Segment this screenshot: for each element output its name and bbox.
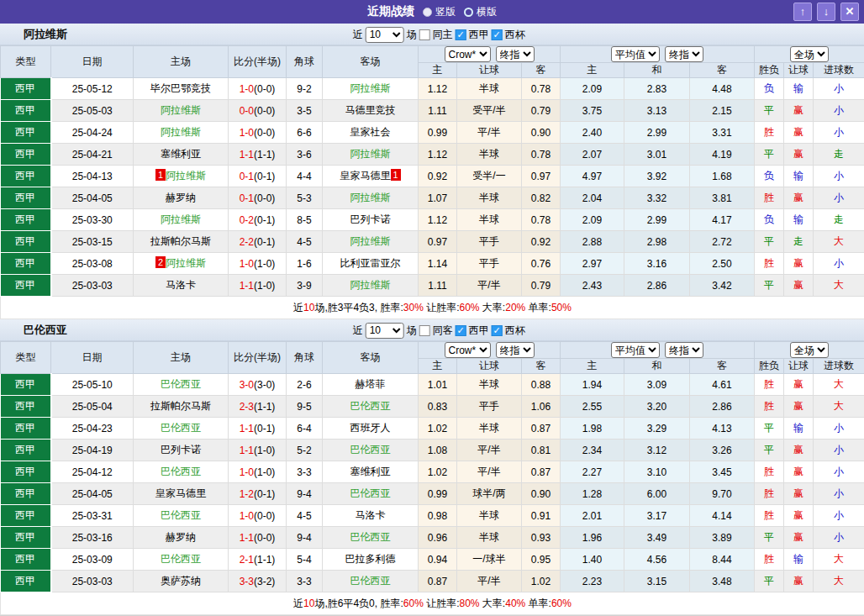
col-header-home: 主场 bbox=[134, 342, 229, 374]
date-cell: 25-04-13 bbox=[51, 166, 134, 187]
home-odds-cell: 1.02 bbox=[419, 418, 457, 440]
away-odds-cell: 0.78 bbox=[522, 78, 561, 100]
same-venue-checkbox[interactable] bbox=[419, 325, 430, 336]
away-odds-cell: 0.97 bbox=[522, 166, 561, 187]
col-header-avg-away: 客 bbox=[690, 359, 755, 374]
close-button[interactable]: ✕ bbox=[840, 3, 859, 21]
type-cell: 西甲 bbox=[1, 418, 51, 440]
average-select[interactable]: 平均值 bbox=[611, 46, 660, 62]
radio-unselected-icon bbox=[464, 8, 473, 17]
score-cell: 0-0(0-0) bbox=[229, 100, 287, 122]
team-section: 巴伦西亚 近 10 场 同客 ✓ 西甲 ✓ 西杯 bbox=[0, 319, 864, 615]
goals-cell: 小 bbox=[814, 253, 864, 275]
date-cell: 25-03-09 bbox=[51, 549, 134, 571]
league-checkbox[interactable]: ✓ bbox=[456, 325, 466, 336]
move-down-button[interactable]: ↓ bbox=[817, 3, 835, 21]
match-row: 西甲25-03-082阿拉维斯1-0(1-0)1-6比利亚雷亚尔1.14平手0.… bbox=[1, 253, 864, 275]
date-cell: 25-04-05 bbox=[51, 483, 134, 505]
handicap-cell: 半球 bbox=[457, 527, 522, 549]
result-cell: 胜 bbox=[755, 505, 784, 527]
odds-time-select[interactable]: 终指 bbox=[496, 46, 535, 62]
scope-dropdown: 全场 bbox=[755, 46, 864, 63]
avg-draw-cell: 3.92 bbox=[624, 166, 690, 187]
radio-selected-icon bbox=[423, 8, 432, 17]
handicap-result-cell: 赢 bbox=[784, 440, 814, 461]
home-odds-cell: 1.07 bbox=[419, 187, 457, 209]
avg-draw-cell: 2.99 bbox=[624, 122, 690, 144]
away-odds-cell: 0.88 bbox=[522, 374, 561, 396]
score-cell: 0-1(0-0) bbox=[229, 187, 287, 209]
team-section: 阿拉维斯 近 10 场 同主 ✓ 西甲 ✓ 西杯 bbox=[0, 24, 864, 319]
home-odds-cell: 1.14 bbox=[419, 253, 457, 275]
handicap-result-cell: 赢 bbox=[784, 505, 814, 527]
unit-label: 场 bbox=[407, 28, 417, 42]
odds-source-select[interactable]: Crow* bbox=[445, 46, 491, 62]
home-team-cell: 巴伦西亚 bbox=[134, 374, 229, 396]
home-team-cell: 赫罗纳 bbox=[134, 187, 229, 209]
corner-cell: 3-3 bbox=[287, 571, 323, 592]
score-cell: 3-3(3-2) bbox=[229, 571, 287, 592]
type-cell: 西甲 bbox=[1, 78, 51, 100]
date-cell: 25-03-15 bbox=[51, 231, 134, 253]
type-cell: 西甲 bbox=[1, 275, 51, 297]
unit-label: 场 bbox=[407, 324, 417, 338]
avg-away-cell: 3.26 bbox=[690, 440, 755, 461]
average-time-select[interactable]: 终指 bbox=[665, 46, 703, 62]
goals-cell: 小 bbox=[814, 166, 864, 187]
away-team-cell: 比利亚雷亚尔 bbox=[323, 253, 419, 275]
radio-horizontal-layout[interactable]: 横版 bbox=[464, 5, 497, 19]
avg-away-cell: 4.19 bbox=[690, 144, 755, 166]
odds-time-select[interactable]: 终指 bbox=[496, 342, 535, 358]
col-header-date: 日期 bbox=[51, 46, 134, 78]
match-count-select[interactable]: 10 bbox=[366, 323, 404, 339]
type-cell: 西甲 bbox=[1, 396, 51, 418]
match-row: 西甲25-04-131阿拉维斯0-1(0-1)4-4皇家马德里10.92受半/一… bbox=[1, 166, 864, 187]
away-odds-cell: 1.02 bbox=[522, 571, 561, 592]
result-cell: 胜 bbox=[755, 396, 784, 418]
scope-dropdown: 全场 bbox=[755, 342, 864, 359]
type-cell: 西甲 bbox=[1, 166, 51, 187]
goals-cell: 小 bbox=[814, 527, 864, 549]
league-label: 西甲 bbox=[469, 28, 489, 42]
col-header-odds-away: 客 bbox=[522, 63, 561, 78]
match-row: 西甲25-04-12巴伦西亚1-0(1-0)3-3塞维利亚1.02平/半0.87… bbox=[1, 461, 864, 483]
avg-home-cell: 2.34 bbox=[561, 440, 624, 461]
avg-draw-cell: 4.56 bbox=[624, 549, 690, 571]
same-venue-checkbox[interactable] bbox=[419, 29, 430, 40]
near-label: 近 bbox=[353, 28, 363, 42]
handicap-result-cell: 赢 bbox=[784, 253, 814, 275]
handicap-cell: 平手 bbox=[457, 253, 522, 275]
match-count-select[interactable]: 10 bbox=[366, 27, 404, 43]
average-dropdowns: 平均值终指 bbox=[561, 46, 755, 63]
handicap-cell: 平/半 bbox=[457, 461, 522, 483]
avg-draw-cell: 3.10 bbox=[624, 461, 690, 483]
results-table: 类型 日期 主场 比分(半场) 角球 客场 Crow*终指 平均值终指 全场 bbox=[0, 45, 864, 319]
avg-draw-cell: 3.12 bbox=[624, 440, 690, 461]
avg-draw-cell: 3.49 bbox=[624, 527, 690, 549]
match-row: 西甲25-04-05赫罗纳0-1(0-0)5-3阿拉维斯1.07半球0.822.… bbox=[1, 187, 864, 209]
avg-home-cell: 1.40 bbox=[561, 549, 624, 571]
handicap-cell: 半球 bbox=[457, 78, 522, 100]
date-cell: 25-03-30 bbox=[51, 209, 134, 231]
home-odds-cell: 1.12 bbox=[419, 209, 457, 231]
result-cell: 负 bbox=[755, 78, 784, 100]
home-odds-cell: 0.99 bbox=[419, 483, 457, 505]
cup-checkbox[interactable]: ✓ bbox=[492, 29, 503, 40]
type-cell: 西甲 bbox=[1, 549, 51, 571]
col-header-corner: 角球 bbox=[287, 46, 323, 78]
home-team-cell: 毕尔巴鄂竞技 bbox=[134, 78, 229, 100]
corner-cell: 4-5 bbox=[287, 505, 323, 527]
league-checkbox[interactable]: ✓ bbox=[456, 29, 466, 40]
average-time-select[interactable]: 终指 bbox=[665, 342, 703, 358]
away-odds-cell: 0.78 bbox=[522, 144, 561, 166]
corner-cell: 6-6 bbox=[287, 122, 323, 144]
move-up-button[interactable]: ↑ bbox=[793, 3, 812, 21]
home-team-cell: 拉斯帕尔马斯 bbox=[134, 231, 229, 253]
scope-select[interactable]: 全场 bbox=[790, 46, 829, 62]
odds-source-select[interactable]: Crow* bbox=[445, 342, 491, 358]
radio-vertical-layout[interactable]: 竖版 bbox=[423, 5, 456, 19]
home-team-cell: 皇家马德里 bbox=[134, 483, 229, 505]
average-select[interactable]: 平均值 bbox=[611, 342, 660, 358]
scope-select[interactable]: 全场 bbox=[790, 342, 829, 358]
cup-checkbox[interactable]: ✓ bbox=[492, 325, 503, 336]
